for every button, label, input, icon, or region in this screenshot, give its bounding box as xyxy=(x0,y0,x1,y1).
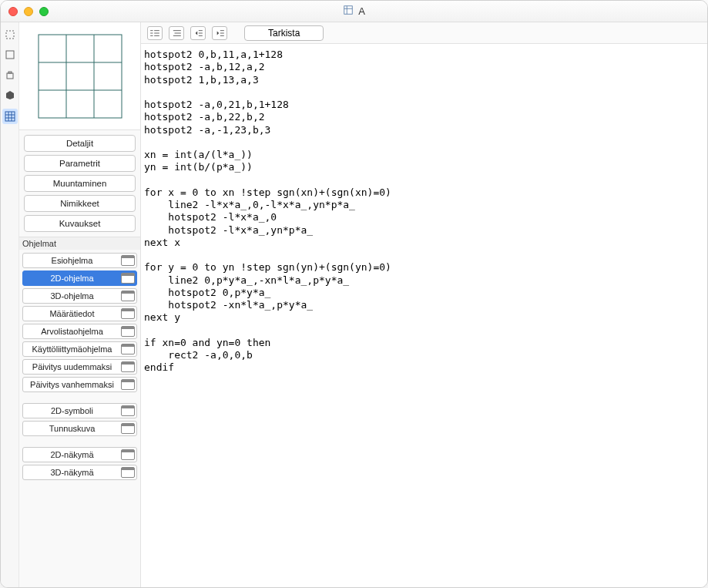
open-window-icon[interactable] xyxy=(121,308,135,319)
zoom-icon[interactable] xyxy=(39,7,49,16)
sidebar-button-1[interactable]: Parametrit xyxy=(24,155,136,172)
window-body: DetaljitParametritMuuntaminenNimikkeetKu… xyxy=(1,22,707,587)
script-item-7[interactable]: Päivitys vanhemmaksi xyxy=(22,377,137,392)
svg-marker-7 xyxy=(6,91,14,99)
script-list-2: 2D-symboliTunnuskuva xyxy=(19,400,140,439)
open-window-icon[interactable] xyxy=(121,255,135,266)
open-window-icon[interactable] xyxy=(121,326,135,337)
script-item-label: Esiohjelma xyxy=(28,256,116,265)
script-item-3[interactable]: Määrätiedot xyxy=(22,306,137,321)
document-icon xyxy=(343,5,354,18)
script-item-6[interactable]: Päivitys uudemmaksi xyxy=(22,359,137,375)
script-list-3: 2D-näkymä3D-näkymä xyxy=(19,444,140,483)
indent-icon[interactable] xyxy=(169,26,184,40)
script-list: Esiohjelma2D-ohjelma3D-ohjelmaMäärätiedo… xyxy=(19,250,140,395)
script-item-label: 3D-näkymä xyxy=(28,468,116,477)
minimize-icon[interactable] xyxy=(24,7,33,16)
left-toolstrip xyxy=(1,22,19,587)
svg-rect-0 xyxy=(344,6,353,15)
titlebar: A xyxy=(1,1,707,22)
open-window-icon[interactable] xyxy=(121,273,135,284)
sidebar-button-3[interactable]: Nimikkeet xyxy=(24,195,136,212)
script-item-label: 2D-symboli xyxy=(28,406,116,415)
indent-right-icon[interactable] xyxy=(212,26,227,40)
app-window: A xyxy=(0,0,708,588)
script-item-label: Käyttöliittymäohjelma xyxy=(28,344,116,354)
close-icon[interactable] xyxy=(8,7,18,16)
script-item2-0[interactable]: 2D-symboli xyxy=(22,403,137,418)
tool-icon-4[interactable] xyxy=(4,89,16,101)
tool-icon-1[interactable] xyxy=(4,29,16,41)
open-window-icon[interactable] xyxy=(121,344,135,354)
svg-rect-4 xyxy=(6,51,14,59)
open-window-icon[interactable] xyxy=(121,423,135,434)
svg-marker-31 xyxy=(217,31,220,35)
script-item-label: Päivitys vanhemmaksi xyxy=(28,380,116,389)
window-controls xyxy=(8,7,49,16)
script-item-label: Päivitys uudemmaksi xyxy=(28,362,116,371)
svg-rect-8 xyxy=(5,112,15,121)
open-window-icon[interactable] xyxy=(121,449,135,460)
align-left-icon[interactable] xyxy=(147,26,163,40)
open-window-icon[interactable] xyxy=(121,361,135,372)
sidebar-button-2[interactable]: Muuntaminen xyxy=(24,175,136,192)
script-item-label: Määrätiedot xyxy=(28,309,116,318)
check-button[interactable]: Tarkista xyxy=(244,25,324,41)
script-item-0[interactable]: Esiohjelma xyxy=(22,253,137,268)
open-window-icon[interactable] xyxy=(121,405,135,416)
script-item3-1[interactable]: 3D-näkymä xyxy=(22,465,137,480)
script-item-1[interactable]: 2D-ohjelma xyxy=(22,270,137,286)
tool-icon-2[interactable] xyxy=(4,49,16,61)
outdent-icon[interactable] xyxy=(190,26,206,40)
svg-rect-6 xyxy=(8,72,12,73)
script-item-label: Arvolistaohjelma xyxy=(28,327,116,336)
sidebar-button-0[interactable]: Detaljit xyxy=(24,135,136,152)
open-window-icon[interactable] xyxy=(121,467,135,478)
script-item3-0[interactable]: 2D-näkymä xyxy=(22,447,137,462)
window-title: A xyxy=(358,5,365,17)
editor-toolbar: Tarkista xyxy=(141,22,707,44)
script-item-2[interactable]: 3D-ohjelma xyxy=(22,288,137,304)
svg-marker-27 xyxy=(196,31,197,35)
preview-pane xyxy=(19,22,140,130)
script-item-label: Tunnuskuva xyxy=(28,424,116,433)
tool-icon-5-selected[interactable] xyxy=(2,109,18,124)
preview-grid-icon xyxy=(34,30,126,123)
sidebar-button-4[interactable]: Kuvaukset xyxy=(24,215,136,232)
main-area: Tarkista hotspot2 0,b,11,a,1+128 hotspot… xyxy=(141,22,707,587)
open-window-icon[interactable] xyxy=(121,379,135,390)
script-item-label: 2D-ohjelma xyxy=(28,274,116,283)
script-item-label: 2D-näkymä xyxy=(28,450,116,459)
sidebar-button-group: DetaljitParametritMuuntaminenNimikkeetKu… xyxy=(19,130,140,237)
sidebar: DetaljitParametritMuuntaminenNimikkeetKu… xyxy=(19,22,141,587)
tool-icon-3[interactable] xyxy=(4,69,16,81)
scripts-label: Ohjelmat xyxy=(19,237,140,250)
script-item2-1[interactable]: Tunnuskuva xyxy=(22,421,137,436)
script-item-5[interactable]: Käyttöliittymäohjelma xyxy=(22,341,137,357)
script-item-label: 3D-ohjelma xyxy=(28,291,116,301)
svg-rect-5 xyxy=(7,73,13,79)
code-editor[interactable]: hotspot2 0,b,11,a,1+128 hotspot2 -a,b,12… xyxy=(141,44,707,587)
svg-rect-13 xyxy=(39,35,122,118)
script-item-4[interactable]: Arvolistaohjelma xyxy=(22,324,137,339)
svg-rect-3 xyxy=(6,31,14,39)
open-window-icon[interactable] xyxy=(121,291,135,301)
